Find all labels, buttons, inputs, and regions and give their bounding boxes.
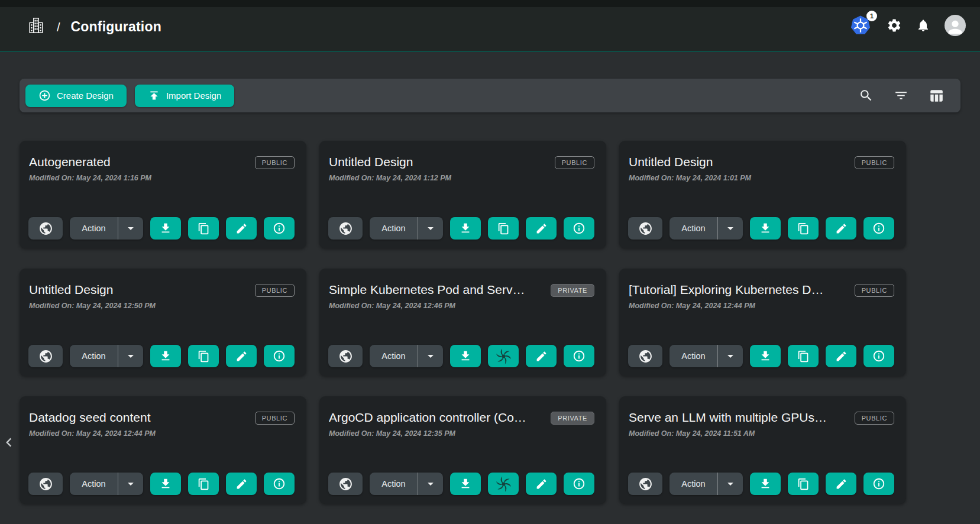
design-card[interactable]: Untitled Design PUBLIC Modified On: May … (319, 141, 606, 248)
design-card[interactable]: Untitled Design PUBLIC Modified On: May … (20, 269, 306, 376)
avatar[interactable] (945, 15, 966, 36)
clone-button[interactable] (788, 473, 819, 495)
info-button[interactable] (564, 217, 594, 240)
clone-button[interactable] (188, 345, 219, 367)
clone-button[interactable] (188, 217, 219, 240)
edit-button[interactable] (826, 345, 856, 367)
info-button[interactable] (863, 217, 894, 240)
visibility-globe-button[interactable] (328, 473, 363, 495)
visibility-globe-button[interactable] (328, 345, 363, 367)
action-button[interactable]: Action (70, 345, 118, 367)
clone-icon (497, 222, 510, 235)
card-header: Untitled Design PUBLIC (628, 155, 894, 169)
globe-icon (338, 349, 353, 364)
plus-circle-icon (38, 89, 51, 102)
sidebar-collapse-handle[interactable] (0, 434, 18, 451)
action-button[interactable]: Action (370, 473, 418, 495)
visibility-badge: PRIVATE (551, 284, 594, 297)
card-header: Serve an LLM with multiple GPUs… PUBLIC (628, 410, 894, 425)
search-button[interactable] (859, 88, 874, 103)
design-card[interactable]: Simple Kubernetes Pod and Serv… PRIVATE … (319, 269, 606, 376)
visibility-globe-button[interactable] (628, 217, 662, 240)
settings-button[interactable] (887, 18, 902, 33)
design-title: Untitled Design (329, 155, 413, 169)
kubernetes-context-button[interactable]: 1 (850, 14, 872, 37)
action-button[interactable]: Action (370, 217, 418, 240)
visibility-globe-button[interactable] (28, 473, 63, 495)
edit-button[interactable] (226, 217, 257, 240)
clone-button[interactable] (188, 473, 219, 495)
edit-button[interactable] (226, 345, 257, 367)
info-button[interactable] (564, 345, 594, 367)
clone-button[interactable] (488, 217, 519, 240)
clone-button[interactable] (788, 345, 819, 367)
info-button[interactable] (564, 473, 594, 495)
visibility-globe-button[interactable] (628, 345, 662, 367)
info-button[interactable] (264, 217, 295, 240)
action-dropdown-toggle[interactable] (118, 217, 143, 240)
action-dropdown-toggle[interactable] (418, 345, 443, 367)
action-dropdown-toggle[interactable] (718, 217, 743, 240)
action-button[interactable]: Action (669, 217, 718, 240)
design-card[interactable]: ArgoCD application controller (Co… PRIVA… (319, 396, 606, 504)
clone-button[interactable] (788, 217, 819, 240)
info-icon (273, 350, 286, 363)
download-button[interactable] (150, 217, 181, 240)
action-button[interactable]: Action (669, 473, 718, 495)
action-dropdown-toggle[interactable] (418, 473, 443, 495)
download-button[interactable] (450, 345, 481, 367)
swirl-button[interactable] (488, 345, 519, 367)
download-button[interactable] (450, 473, 481, 495)
download-button[interactable] (450, 217, 481, 240)
edit-button[interactable] (826, 217, 856, 240)
edit-button[interactable] (526, 345, 557, 367)
info-button[interactable] (863, 345, 894, 367)
notifications-button[interactable] (916, 18, 930, 33)
visibility-globe-button[interactable] (628, 473, 662, 495)
action-dropdown-toggle[interactable] (718, 473, 743, 495)
design-card[interactable]: Autogenerated PUBLIC Modified On: May 24… (20, 141, 306, 248)
design-card[interactable]: [Tutorial] Exploring Kubernetes D… PUBLI… (619, 269, 906, 376)
action-button[interactable]: Action (370, 345, 418, 367)
caret-down-icon (723, 221, 738, 235)
download-button[interactable] (750, 217, 781, 240)
import-design-button[interactable]: Import Design (135, 85, 234, 107)
action-button[interactable]: Action (669, 345, 718, 367)
info-button[interactable] (264, 345, 295, 367)
visibility-badge: PUBLIC (855, 284, 894, 297)
info-button[interactable] (863, 473, 894, 495)
action-dropdown-toggle[interactable] (118, 473, 143, 495)
swirl-button[interactable] (488, 473, 519, 495)
action-dropdown-toggle[interactable] (118, 345, 143, 367)
edit-button[interactable] (526, 473, 557, 495)
edit-button[interactable] (226, 473, 257, 495)
action-button[interactable]: Action (70, 217, 118, 240)
action-button[interactable]: Action (70, 473, 118, 495)
action-dropdown-toggle[interactable] (418, 217, 443, 240)
modified-on-text: Modified On: May 24, 2024 12:46 PM (328, 302, 594, 310)
design-card[interactable]: Serve an LLM with multiple GPUs… PUBLIC … (619, 396, 906, 504)
download-button[interactable] (150, 345, 181, 367)
visibility-globe-button[interactable] (328, 217, 363, 240)
globe-icon (38, 477, 53, 491)
design-card[interactable]: Datadog seed content PUBLIC Modified On:… (20, 396, 306, 504)
organization-building-icon[interactable] (27, 15, 45, 35)
edit-button[interactable] (526, 217, 557, 240)
visibility-globe-button[interactable] (28, 217, 63, 240)
edit-button[interactable] (826, 473, 856, 495)
action-dropdown-toggle[interactable] (718, 345, 743, 367)
filter-icon (894, 88, 908, 103)
globe-icon (638, 221, 653, 236)
info-button[interactable] (264, 473, 295, 495)
design-card[interactable]: Untitled Design PUBLIC Modified On: May … (619, 141, 906, 248)
download-button[interactable] (750, 473, 781, 495)
filter-button[interactable] (894, 88, 908, 103)
clone-icon (198, 478, 210, 490)
download-button[interactable] (750, 345, 781, 367)
visibility-globe-button[interactable] (28, 345, 63, 367)
design-grid: Autogenerated PUBLIC Modified On: May 24… (20, 141, 906, 504)
table-view-button[interactable] (929, 88, 944, 103)
breadcrumb-separator: / (57, 21, 60, 34)
download-button[interactable] (150, 473, 181, 495)
create-design-button[interactable]: Create Design (25, 85, 127, 107)
